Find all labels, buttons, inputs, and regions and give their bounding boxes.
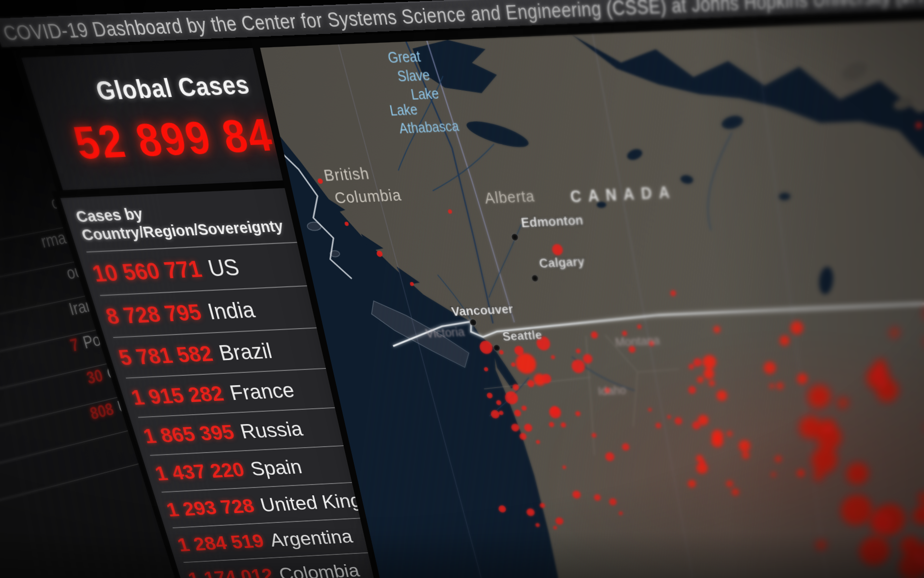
country-name: Spain	[248, 456, 304, 480]
global-cases-label: Global Cases	[92, 70, 252, 106]
case-count: 1 284 519	[175, 530, 266, 555]
country-name: India	[205, 297, 257, 324]
depth-shade	[260, 15, 924, 578]
country-name: Russia	[238, 417, 305, 443]
case-count: 1 915 282	[128, 382, 226, 410]
case-count: 1 865 395	[141, 421, 236, 448]
case-count: 1 174 012	[186, 565, 276, 578]
global-cases-value: 52 899 849	[67, 107, 302, 170]
covid-map[interactable]: Great Slave Lake Lake Athabasca British …	[260, 15, 924, 578]
country-name: Colombia	[277, 560, 361, 578]
case-count: 10 560 771	[89, 256, 204, 287]
country-name: Argentina	[267, 526, 354, 550]
case-count: 1 437 220	[152, 458, 247, 485]
photo-frame: o rmany outh Africa Iran 7	[0, 0, 924, 578]
country-name: US	[205, 254, 242, 281]
case-count: 8 728 795	[103, 300, 204, 329]
country-name: France	[227, 378, 296, 405]
country-name: Brazil	[216, 338, 274, 365]
case-count: 30	[85, 366, 105, 388]
case-count: 1 293 728	[164, 495, 257, 520]
case-count: 7	[68, 335, 82, 356]
case-count: 5 781 582	[116, 341, 216, 370]
